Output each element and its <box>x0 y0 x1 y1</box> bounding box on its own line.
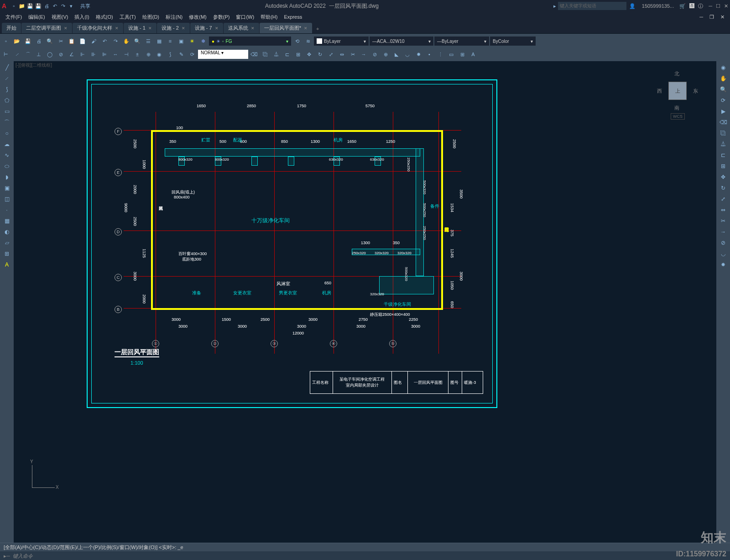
dim-linear-icon[interactable]: ⊢ <box>1 49 11 59</box>
mod-move2-icon[interactable]: ✥ <box>719 173 728 182</box>
mod-stretch2-icon[interactable]: ⇔ <box>719 205 728 215</box>
user-name[interactable]: 1505999135... <box>642 3 674 9</box>
linetype-dropdown[interactable]: — ACA...02W10▾ <box>370 37 433 46</box>
mod-trim-icon[interactable]: ✂ <box>348 49 358 59</box>
help-icon[interactable]: 🅰 <box>689 3 694 9</box>
command-input[interactable]: ▸─ 键入命令 <box>0 551 730 560</box>
minimize-icon[interactable]: ─ <box>709 3 712 9</box>
viewcube-north[interactable]: 北 <box>674 70 679 77</box>
doc-restore-icon[interactable]: ❐ <box>707 13 717 21</box>
menu-parametric[interactable]: 参数(P) <box>210 13 233 21</box>
tool-zoom-icon[interactable]: 🔍 <box>132 36 142 46</box>
viewcube-west[interactable]: 西 <box>657 88 662 94</box>
dim-break-icon[interactable]: ⊣ <box>121 49 131 59</box>
tab-close-icon[interactable]: ✕ <box>304 26 308 31</box>
tab-doc5[interactable]: 设施 - 7✕ <box>190 23 223 33</box>
tool-cut-icon[interactable]: ✂ <box>56 36 66 46</box>
dim-update-icon[interactable]: ⟳ <box>187 49 197 59</box>
tool-layeriso-icon[interactable]: ☀ <box>187 36 197 46</box>
mod-array-icon[interactable]: ⊞ <box>293 49 303 59</box>
tool-copy-icon[interactable]: 📋 <box>67 36 77 46</box>
draw-point2-icon[interactable]: · <box>2 205 11 215</box>
draw-spline-icon[interactable]: ∿ <box>2 151 11 160</box>
draw-insert-icon[interactable]: ▣ <box>2 183 11 193</box>
dim-continue-icon[interactable]: ⊫ <box>99 49 110 59</box>
dim-diameter-icon[interactable]: ⊘ <box>56 49 66 59</box>
viewcube-top[interactable]: 上 <box>668 82 687 100</box>
tool-paste-icon[interactable]: 📄 <box>78 36 88 46</box>
user-icon[interactable]: 👤 <box>629 3 636 9</box>
draw-circle-icon[interactable]: ○ <box>2 129 11 138</box>
draw-region2-icon[interactable]: ▱ <box>2 238 11 247</box>
mod-rotate2-icon[interactable]: ↻ <box>719 183 728 193</box>
draw-divide-icon[interactable]: ⋮ <box>435 49 445 59</box>
menu-draw[interactable]: 绘图(D) <box>140 13 162 21</box>
mod-join-icon[interactable]: ⊕ <box>381 49 391 59</box>
mod-rotate-icon[interactable]: ↻ <box>315 49 325 59</box>
dim-center-icon[interactable]: ⊕ <box>143 49 153 59</box>
tab-doc2[interactable]: 千级净化间大样✕ <box>73 23 123 33</box>
linetype-layer-dropdown[interactable]: ByLayer▾ <box>314 37 369 46</box>
draw-polygon-icon[interactable]: ⬠ <box>2 96 11 105</box>
mod-trim2-icon[interactable]: ✂ <box>719 216 728 225</box>
viewcube-south[interactable]: 南 <box>674 105 679 111</box>
tool-props-icon[interactable]: ☰ <box>143 36 153 46</box>
menu-help[interactable]: 帮助(H) <box>258 13 280 21</box>
color-dropdown[interactable]: ByColor▾ <box>490 37 536 46</box>
dim-ordinate-icon[interactable]: ⊥ <box>34 49 44 59</box>
qat-plot-icon[interactable]: 🖨 <box>43 2 50 10</box>
qat-undo-icon[interactable]: ↶ <box>51 2 58 10</box>
menu-window[interactable]: 窗口(W) <box>233 13 257 21</box>
mod-copy2-icon[interactable]: ⿻ <box>719 129 728 138</box>
nav-zoom-icon[interactable]: 🔍 <box>719 85 728 94</box>
mod-mirror-icon[interactable]: ⏃ <box>271 49 281 59</box>
draw-ellipsearc-icon[interactable]: ◗ <box>2 173 11 182</box>
nav-pan-icon[interactable]: ✋ <box>719 74 728 83</box>
draw-pline-icon[interactable]: ⟆ <box>2 85 11 94</box>
draw-table-icon[interactable]: ⊞ <box>457 49 467 59</box>
dim-aligned-icon[interactable]: ⟋ <box>12 49 22 59</box>
tab-close-icon[interactable]: ✕ <box>215 26 219 31</box>
tool-layer-icon[interactable]: ≡ <box>165 36 175 46</box>
dim-radius-icon[interactable]: ◯ <box>45 49 55 59</box>
mod-mirror2-icon[interactable]: ⏃ <box>719 140 728 149</box>
tool-print-icon[interactable]: 🖨 <box>34 36 44 46</box>
tool-save-icon[interactable]: 💾 <box>23 36 33 46</box>
draw-rect-icon[interactable]: ▭ <box>2 107 11 116</box>
mod-break-icon[interactable]: ⊘ <box>370 49 380 59</box>
cart-icon[interactable]: 🛒 <box>679 3 686 9</box>
tool-block-icon[interactable]: ▣ <box>176 36 186 46</box>
tab-start[interactable]: 开始 <box>2 23 21 33</box>
mod-extend-icon[interactable]: → <box>359 49 369 59</box>
draw-mtext-icon[interactable]: A <box>468 49 478 59</box>
tab-doc4[interactable]: 设施 - 2✕ <box>157 23 190 33</box>
nav-wheel-icon[interactable]: ◉ <box>719 63 728 72</box>
tool-preview-icon[interactable]: 🔍 <box>45 36 55 46</box>
menu-dimension[interactable]: 标注(N) <box>163 13 185 21</box>
draw-arc-icon[interactable]: ⌒ <box>2 118 11 127</box>
viewport-label[interactable]: [-][俯视][二维线框] <box>16 62 52 68</box>
draw-table2-icon[interactable]: ⊞ <box>2 249 11 258</box>
tool-redo-icon[interactable]: ↷ <box>110 36 120 46</box>
nav-orbit-icon[interactable]: ⟳ <box>719 96 728 105</box>
doc-close-icon[interactable]: ✕ <box>718 13 727 21</box>
draw-point-icon[interactable]: • <box>424 49 434 59</box>
mod-extend2-icon[interactable]: → <box>719 227 728 236</box>
draw-hatch-icon[interactable]: ▦ <box>2 216 11 225</box>
tab-doc3[interactable]: 设施 - 1✕ <box>124 23 156 33</box>
qat-redo-icon[interactable]: ↷ <box>59 2 67 10</box>
mod-array2-icon[interactable]: ⊞ <box>719 162 728 171</box>
dim-baseline-icon[interactable]: ⊪ <box>89 49 99 59</box>
menu-format[interactable]: 格式(O) <box>93 13 116 21</box>
dim-jog-icon[interactable]: ⟆ <box>165 49 175 59</box>
dim-inspect-icon[interactable]: ◉ <box>154 49 164 59</box>
mod-break2-icon[interactable]: ⊘ <box>719 238 728 247</box>
menu-insert[interactable]: 插入(I) <box>72 13 92 21</box>
menu-modify[interactable]: 修改(M) <box>186 13 209 21</box>
tool-undo-icon[interactable]: ↶ <box>99 36 110 46</box>
mod-erase-icon[interactable]: ⌫ <box>249 49 259 59</box>
tab-close-icon[interactable]: ✕ <box>148 26 152 31</box>
mod-offset2-icon[interactable]: ⊏ <box>719 151 728 160</box>
draw-mtext2-icon[interactable]: A <box>2 260 11 269</box>
tool-layermatch-icon[interactable]: ≋ <box>303 36 313 46</box>
